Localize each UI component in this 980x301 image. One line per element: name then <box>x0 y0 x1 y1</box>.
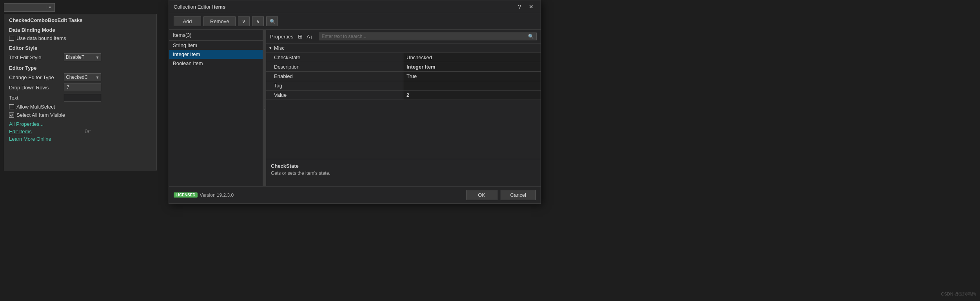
drop-down-rows-row: Drop Down Rows <box>9 83 152 91</box>
text-edit-style-value: DisableT <box>64 54 94 61</box>
property-description: CheckState Gets or sets the item's state… <box>266 159 541 186</box>
enabled-value[interactable]: True <box>403 72 541 81</box>
version-info: LICENSED Version 19.2.3.0 <box>174 192 234 198</box>
cursor-hand-icon: ☞ <box>85 127 91 136</box>
dialog-body: Items(3) String item Integer Item Boolea… <box>169 30 541 186</box>
remove-button[interactable]: Remove <box>203 16 236 26</box>
allow-multiselect-row: Allow MultiSelect <box>9 104 152 110</box>
list-item[interactable]: String item <box>169 41 263 50</box>
description-row: Description Integer Item <box>266 62 541 72</box>
change-editor-type-arrow-icon[interactable]: ▼ <box>94 74 101 80</box>
checkstate-value[interactable]: Unchecked <box>403 53 541 62</box>
top-combo-arrow-icon[interactable]: ▼ <box>47 5 53 9</box>
list-item[interactable]: Boolean Item <box>169 59 263 68</box>
select-all-item-visible-label: Select All Item Visible <box>16 112 65 118</box>
tasks-panel: CheckedComboBoxEdit Tasks Data Binding M… <box>4 14 157 170</box>
drop-down-rows-input[interactable] <box>64 83 101 91</box>
checkmark-icon <box>10 113 14 117</box>
use-data-bound-checkbox[interactable] <box>9 36 14 41</box>
text-edit-style-arrow-icon[interactable]: ▼ <box>94 54 101 60</box>
use-data-bound-label: Use data bound items <box>16 35 66 41</box>
change-editor-type-row: Change Editor Type CheckedC ▼ <box>9 73 152 81</box>
alpha-sort-button[interactable]: A↓ <box>305 32 314 41</box>
add-button[interactable]: Add <box>174 16 201 26</box>
all-properties-link[interactable]: All Properties... <box>9 121 152 127</box>
edit-items-link[interactable]: Edit Items <box>9 129 152 134</box>
checkstate-name: CheckState <box>266 53 403 62</box>
prop-desc-title: CheckState <box>271 163 536 169</box>
description-name: Description <box>266 62 403 71</box>
allow-multiselect-label: Allow MultiSelect <box>16 104 55 110</box>
tag-row: Tag <box>266 81 541 91</box>
cancel-button[interactable]: Cancel <box>501 190 536 200</box>
licensed-badge: LICENSED <box>174 192 198 198</box>
enabled-row: Enabled True <box>266 72 541 81</box>
dialog-titlebar: Collection Editor Items ? ✕ <box>169 0 541 13</box>
resize-handle[interactable]: ⋮ <box>263 30 266 186</box>
text-row: Text <box>9 94 152 102</box>
misc-section: ▾ Misc CheckState Unchecked Description … <box>266 44 541 100</box>
enabled-name: Enabled <box>266 72 403 81</box>
text-label: Text <box>9 95 64 101</box>
change-editor-type-label: Change Editor Type <box>9 74 64 80</box>
change-editor-type-value: CheckedC <box>64 74 94 81</box>
items-header: Items(3) <box>169 30 263 41</box>
ok-button[interactable]: OK <box>466 190 497 200</box>
editor-style-header: Editor Style <box>9 45 152 51</box>
properties-table: ▾ Misc CheckState Unchecked Description … <box>266 44 541 159</box>
properties-title: Properties <box>270 34 293 40</box>
move-down-button[interactable]: ∨ <box>238 16 250 26</box>
help-button[interactable]: ? <box>515 3 523 11</box>
property-search-input[interactable] <box>321 34 528 39</box>
items-panel: Items(3) String item Integer Item Boolea… <box>169 30 263 186</box>
top-combo[interactable]: ▼ <box>4 3 55 12</box>
prop-desc-text: Gets or sets the item's state. <box>271 170 536 176</box>
tag-value[interactable] <box>403 81 541 90</box>
learn-more-online-link[interactable]: Learn More Online <box>9 136 152 142</box>
dialog-controls: ? ✕ <box>515 3 536 11</box>
select-all-item-visible-checkbox[interactable] <box>9 112 14 118</box>
misc-section-label: Misc <box>274 45 285 51</box>
select-all-item-visible-row: Select All Item Visible <box>9 112 152 118</box>
search-icon: 🔍 <box>528 34 534 39</box>
search-button[interactable]: 🔍 <box>266 16 278 26</box>
value-value[interactable]: 2 <box>403 91 541 100</box>
dialog-toolbar: Add Remove ∨ ∧ 🔍 <box>169 13 541 30</box>
watermark: CSDN @玉珂鸣尚 <box>941 291 976 297</box>
value-name: Value <box>266 91 403 100</box>
properties-header: Properties ⊞ A↓ 🔍 <box>266 30 541 44</box>
text-edit-style-row: Text Edit Style DisableT ▼ <box>9 53 152 61</box>
dialog-footer: LICENSED Version 19.2.3.0 OK Cancel <box>169 186 541 203</box>
version-text: Version 19.2.3.0 <box>200 192 234 198</box>
close-button[interactable]: ✕ <box>526 3 536 11</box>
change-editor-type-dropdown[interactable]: CheckedC ▼ <box>64 73 101 81</box>
move-up-button[interactable]: ∧ <box>252 16 264 26</box>
property-search-bar: 🔍 <box>319 33 537 40</box>
drop-down-rows-label: Drop Down Rows <box>9 85 64 91</box>
data-binding-header: Data Binding Mode <box>9 27 152 33</box>
list-item[interactable]: Integer Item <box>169 50 263 59</box>
misc-section-header[interactable]: ▾ Misc <box>266 44 541 53</box>
tag-name: Tag <box>266 81 403 90</box>
properties-panel: Properties ⊞ A↓ 🔍 ▾ Misc <box>266 30 541 186</box>
text-edit-style-dropdown[interactable]: DisableT ▼ <box>64 53 101 61</box>
footer-buttons: OK Cancel <box>466 190 536 200</box>
description-value[interactable]: Integer Item <box>403 62 541 71</box>
text-input[interactable] <box>64 94 101 102</box>
value-row: Value 2 <box>266 91 541 100</box>
tasks-title: CheckedComboBoxEdit Tasks <box>9 17 152 23</box>
misc-toggle-icon: ▾ <box>269 45 272 51</box>
collection-editor-dialog: Collection Editor Items ? ✕ Add Remove ∨… <box>169 0 541 204</box>
links-section: All Properties... Edit Items Learn More … <box>9 121 152 142</box>
editor-type-header: Editor Type <box>9 65 152 71</box>
category-sort-button[interactable]: ⊞ <box>296 32 304 41</box>
items-list: String item Integer Item Boolean Item <box>169 41 263 186</box>
sort-icons: ⊞ A↓ <box>296 32 314 41</box>
checkstate-row: CheckState Unchecked <box>266 53 541 62</box>
text-edit-style-label: Text Edit Style <box>9 54 64 60</box>
dialog-title: Collection Editor Items <box>174 4 225 10</box>
use-data-bound-row: Use data bound items <box>9 35 152 41</box>
allow-multiselect-checkbox[interactable] <box>9 104 14 109</box>
